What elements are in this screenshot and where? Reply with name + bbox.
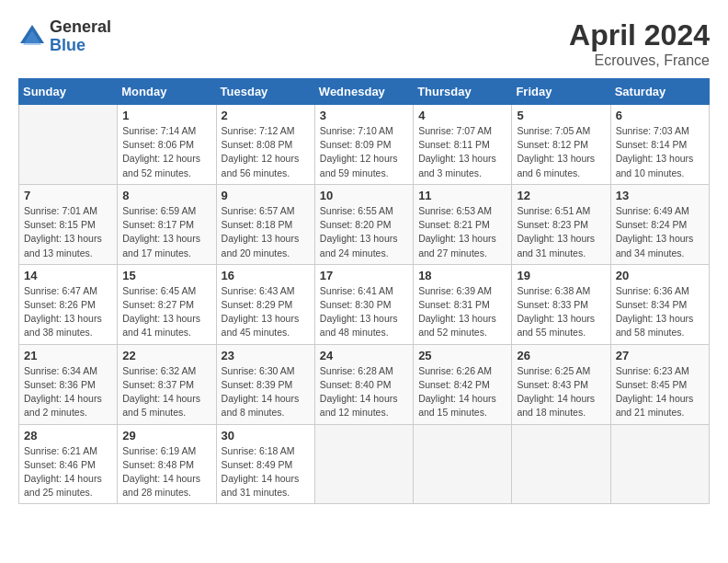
day-number: 12 [517,189,605,202]
calendar-week-4: 21Sunrise: 6:34 AMSunset: 8:36 PMDayligh… [19,344,710,424]
day-info: Sunrise: 7:05 AMSunset: 8:12 PMDaylight:… [517,124,605,180]
day-info: Sunrise: 7:07 AMSunset: 8:11 PMDaylight:… [418,124,506,180]
day-info: Sunrise: 6:38 AMSunset: 8:33 PMDaylight:… [517,284,605,340]
day-info: Sunrise: 6:43 AMSunset: 8:29 PMDaylight:… [222,284,310,340]
day-number: 7 [24,189,112,202]
day-info: Sunrise: 6:49 AMSunset: 8:24 PMDaylight:… [616,204,704,260]
logo-blue-text: Blue [50,37,111,55]
day-info: Sunrise: 6:51 AMSunset: 8:23 PMDaylight:… [517,204,605,260]
header-day-tuesday: Tuesday [216,79,314,105]
day-info: Sunrise: 6:47 AMSunset: 8:26 PMDaylight:… [24,284,112,340]
calendar-cell: 4Sunrise: 7:07 AMSunset: 8:11 PMDaylight… [414,105,512,185]
calendar-cell: 10Sunrise: 6:55 AMSunset: 8:20 PMDayligh… [314,184,413,264]
day-info: Sunrise: 7:14 AMSunset: 8:06 PMDaylight:… [122,124,210,180]
day-number: 6 [616,109,704,122]
day-info: Sunrise: 7:10 AMSunset: 8:09 PMDaylight:… [320,124,408,180]
calendar-cell: 2Sunrise: 7:12 AMSunset: 8:08 PMDaylight… [216,105,314,185]
calendar-week-5: 28Sunrise: 6:21 AMSunset: 8:46 PMDayligh… [19,424,710,504]
calendar-cell: 28Sunrise: 6:21 AMSunset: 8:46 PMDayligh… [19,424,118,504]
calendar-cell: 24Sunrise: 6:28 AMSunset: 8:40 PMDayligh… [314,344,413,424]
day-info: Sunrise: 6:26 AMSunset: 8:42 PMDaylight:… [418,364,506,420]
calendar-cell: 9Sunrise: 6:57 AMSunset: 8:18 PMDaylight… [216,184,314,264]
day-number: 2 [222,109,310,122]
logo-text: General Blue [50,18,111,55]
day-number: 28 [24,429,112,442]
day-number: 15 [122,269,210,282]
month-title: April 2024 [569,18,710,52]
day-info: Sunrise: 6:41 AMSunset: 8:30 PMDaylight:… [320,284,408,340]
header-row: SundayMondayTuesdayWednesdayThursdayFrid… [19,79,710,105]
day-info: Sunrise: 6:21 AMSunset: 8:46 PMDaylight:… [24,444,112,500]
day-number: 26 [517,349,605,362]
day-number: 5 [517,109,605,122]
day-number: 3 [320,109,408,122]
header-day-saturday: Saturday [610,79,709,105]
day-info: Sunrise: 7:03 AMSunset: 8:14 PMDaylight:… [616,124,704,180]
calendar-cell: 26Sunrise: 6:25 AMSunset: 8:43 PMDayligh… [512,344,610,424]
calendar-cell [414,424,512,504]
calendar-cell: 27Sunrise: 6:23 AMSunset: 8:45 PMDayligh… [610,344,709,424]
header-day-thursday: Thursday [414,79,512,105]
day-number: 22 [122,349,210,362]
day-info: Sunrise: 6:19 AMSunset: 8:48 PMDaylight:… [122,444,210,500]
day-info: Sunrise: 6:32 AMSunset: 8:37 PMDaylight:… [122,364,210,420]
day-number: 9 [222,189,310,202]
day-info: Sunrise: 6:18 AMSunset: 8:49 PMDaylight:… [222,444,310,500]
calendar-cell: 3Sunrise: 7:10 AMSunset: 8:09 PMDaylight… [314,105,413,185]
day-number: 23 [222,349,310,362]
day-info: Sunrise: 6:55 AMSunset: 8:20 PMDaylight:… [320,204,408,260]
calendar-body: 1Sunrise: 7:14 AMSunset: 8:06 PMDaylight… [19,105,710,504]
day-number: 27 [616,349,704,362]
calendar-cell: 29Sunrise: 6:19 AMSunset: 8:48 PMDayligh… [118,424,216,504]
day-info: Sunrise: 6:34 AMSunset: 8:36 PMDaylight:… [24,364,112,420]
calendar-cell: 12Sunrise: 6:51 AMSunset: 8:23 PMDayligh… [512,184,610,264]
calendar-cell: 25Sunrise: 6:26 AMSunset: 8:42 PMDayligh… [414,344,512,424]
title-block: April 2024 Ecrouves, France [569,18,710,69]
day-number: 10 [320,189,408,202]
calendar-cell: 7Sunrise: 7:01 AMSunset: 8:15 PMDaylight… [19,184,118,264]
day-info: Sunrise: 6:28 AMSunset: 8:40 PMDaylight:… [320,364,408,420]
calendar-cell [314,424,413,504]
day-number: 18 [418,269,506,282]
day-info: Sunrise: 6:59 AMSunset: 8:17 PMDaylight:… [122,204,210,260]
calendar-cell: 14Sunrise: 6:47 AMSunset: 8:26 PMDayligh… [19,264,118,344]
day-number: 19 [517,269,605,282]
calendar-cell: 5Sunrise: 7:05 AMSunset: 8:12 PMDaylight… [512,105,610,185]
day-number: 1 [122,109,210,122]
page-header: General Blue April 2024 Ecrouves, France [18,18,710,69]
header-day-friday: Friday [512,79,610,105]
calendar-cell: 23Sunrise: 6:30 AMSunset: 8:39 PMDayligh… [216,344,314,424]
calendar-week-3: 14Sunrise: 6:47 AMSunset: 8:26 PMDayligh… [19,264,710,344]
calendar-week-2: 7Sunrise: 7:01 AMSunset: 8:15 PMDaylight… [19,184,710,264]
calendar-cell: 18Sunrise: 6:39 AMSunset: 8:31 PMDayligh… [414,264,512,344]
day-number: 8 [122,189,210,202]
day-info: Sunrise: 7:12 AMSunset: 8:08 PMDaylight:… [222,124,310,180]
header-day-wednesday: Wednesday [314,79,413,105]
calendar-cell [512,424,610,504]
calendar-cell: 15Sunrise: 6:45 AMSunset: 8:27 PMDayligh… [118,264,216,344]
calendar-cell: 22Sunrise: 6:32 AMSunset: 8:37 PMDayligh… [118,344,216,424]
calendar-cell: 8Sunrise: 6:59 AMSunset: 8:17 PMDaylight… [118,184,216,264]
day-number: 14 [24,269,112,282]
calendar-cell: 6Sunrise: 7:03 AMSunset: 8:14 PMDaylight… [610,105,709,185]
calendar-cell [610,424,709,504]
day-number: 25 [418,349,506,362]
day-number: 21 [24,349,112,362]
day-number: 4 [418,109,506,122]
calendar-cell: 20Sunrise: 6:36 AMSunset: 8:34 PMDayligh… [610,264,709,344]
calendar-cell: 30Sunrise: 6:18 AMSunset: 8:49 PMDayligh… [216,424,314,504]
calendar-cell: 1Sunrise: 7:14 AMSunset: 8:06 PMDaylight… [118,105,216,185]
logo-general-text: General [50,18,111,37]
day-info: Sunrise: 6:45 AMSunset: 8:27 PMDaylight:… [122,284,210,340]
day-info: Sunrise: 6:23 AMSunset: 8:45 PMDaylight:… [616,364,704,420]
calendar-cell [19,105,118,185]
day-number: 24 [320,349,408,362]
day-number: 30 [222,429,310,442]
calendar-table: SundayMondayTuesdayWednesdayThursdayFrid… [18,78,710,504]
day-number: 17 [320,269,408,282]
header-day-monday: Monday [118,79,216,105]
location: Ecrouves, France [569,52,710,69]
day-info: Sunrise: 6:39 AMSunset: 8:31 PMDaylight:… [418,284,506,340]
day-number: 13 [616,189,704,202]
calendar-cell: 21Sunrise: 6:34 AMSunset: 8:36 PMDayligh… [19,344,118,424]
